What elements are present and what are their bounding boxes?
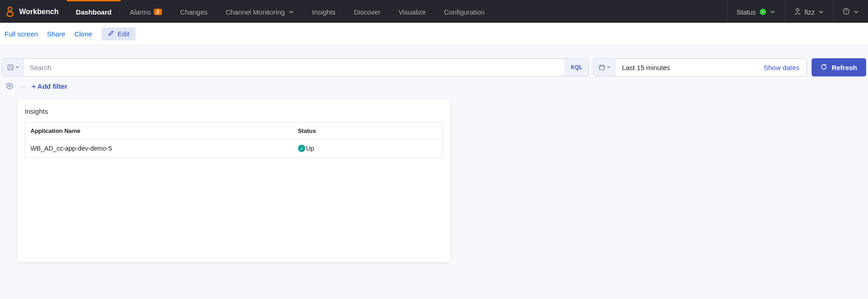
svg-rect-7	[599, 66, 604, 70]
refresh-button[interactable]: Refresh	[812, 58, 866, 76]
chevron-down-icon	[853, 8, 859, 16]
brand-name: Workbench	[19, 8, 59, 16]
status-menu[interactable]: Status ✓	[727, 1, 784, 23]
dashboard-panels: Insights Application Name Status WB_AD_c…	[0, 99, 868, 280]
divider: —	[20, 82, 26, 90]
table-row: WB_AD_cc-app-dev-demo-5 ✓ Up	[25, 139, 443, 158]
edit-label: Edit	[118, 30, 130, 38]
time-range-value[interactable]: Last 15 minutes	[616, 59, 757, 76]
query-language-button[interactable]: KQL	[565, 59, 588, 76]
search-input[interactable]	[24, 59, 565, 76]
svg-rect-4	[8, 65, 13, 70]
edit-button[interactable]: Edit	[101, 27, 136, 41]
nav-label: Dashboard	[76, 8, 111, 16]
clone-link[interactable]: Clone	[74, 30, 92, 38]
nav-discover[interactable]: Discover	[345, 1, 389, 23]
nav-configuration[interactable]: Configuration	[435, 1, 494, 23]
calendar-icon	[599, 64, 605, 71]
nav-channel-monitoring[interactable]: Channel Monitoring	[217, 1, 303, 23]
fullscreen-link[interactable]: Full screen	[5, 30, 38, 38]
time-picker-button[interactable]	[594, 59, 616, 76]
nav-items: Dashboard Alarms 2 Changes Channel Monit…	[67, 1, 494, 23]
panel-title: Insights	[25, 107, 443, 115]
nav-alarms[interactable]: Alarms 2	[121, 1, 171, 23]
user-menu[interactable]: fizz	[784, 1, 833, 23]
nav-label: Insights	[312, 8, 336, 16]
table-header-row: Application Name Status	[25, 123, 443, 139]
show-dates-link[interactable]: Show dates	[757, 59, 807, 76]
filter-icon	[6, 82, 13, 90]
svg-point-0	[8, 7, 12, 11]
status-up-icon: ✓	[298, 145, 305, 152]
add-filter-link[interactable]: + Add filter	[32, 82, 67, 90]
cell-status: ✓ Up	[293, 139, 443, 158]
nav-label: Discover	[354, 8, 380, 16]
nav-label: Configuration	[444, 8, 484, 16]
pencil-icon	[108, 30, 114, 38]
cell-application-name: WB_AD_cc-app-dev-demo-5	[25, 139, 293, 158]
chevron-down-icon	[818, 8, 824, 16]
col-status[interactable]: Status	[293, 123, 443, 139]
user-name: fizz	[805, 8, 815, 16]
user-icon	[794, 8, 801, 16]
top-nav: Workbench Dashboard Alarms 2 Changes Cha…	[0, 0, 868, 23]
nav-visualize[interactable]: Visualize	[389, 1, 435, 23]
dashboard-toolbar: Full screen Share Clone Edit	[0, 23, 868, 46]
nav-changes[interactable]: Changes	[171, 1, 217, 23]
nav-insights[interactable]: Insights	[303, 1, 345, 23]
svg-point-1	[796, 9, 799, 11]
status-label: Status	[737, 8, 756, 16]
chevron-down-icon	[770, 8, 775, 16]
chevron-down-icon	[607, 66, 611, 69]
search-options-button[interactable]	[2, 59, 24, 76]
status-ok-icon: ✓	[760, 9, 766, 15]
status-text: Up	[306, 145, 314, 152]
query-options-icon	[7, 64, 14, 71]
nav-label: Alarms	[130, 8, 151, 16]
nav-label: Changes	[180, 8, 207, 16]
col-application-name[interactable]: Application Name	[25, 123, 293, 139]
chevron-down-icon	[288, 9, 294, 15]
nav-right: Status ✓ fizz ?	[727, 1, 868, 23]
insights-panel: Insights Application Name Status WB_AD_c…	[17, 99, 450, 262]
help-icon: ?	[843, 8, 850, 16]
brand-logo-icon	[5, 6, 15, 17]
brand[interactable]: Workbench	[0, 1, 67, 23]
share-link[interactable]: Share	[47, 30, 65, 38]
insights-table: Application Name Status WB_AD_cc-app-dev…	[25, 122, 443, 158]
help-menu[interactable]: ?	[833, 1, 868, 23]
nav-label: Visualize	[399, 8, 426, 16]
search-bar: KQL	[2, 58, 589, 76]
refresh-icon	[821, 64, 827, 71]
nav-dashboard[interactable]: Dashboard	[67, 1, 121, 23]
alarms-badge: 2	[154, 9, 162, 15]
filter-bar: — + Add filter	[0, 76, 868, 99]
query-row: KQL Last 15 minutes Show dates Refresh	[0, 46, 868, 76]
refresh-label: Refresh	[832, 64, 857, 71]
filter-menu-button[interactable]	[5, 81, 15, 91]
chevron-down-icon	[15, 66, 19, 69]
time-picker: Last 15 minutes Show dates	[593, 58, 807, 76]
svg-text:?: ?	[845, 9, 848, 14]
nav-label: Channel Monitoring	[226, 8, 285, 16]
